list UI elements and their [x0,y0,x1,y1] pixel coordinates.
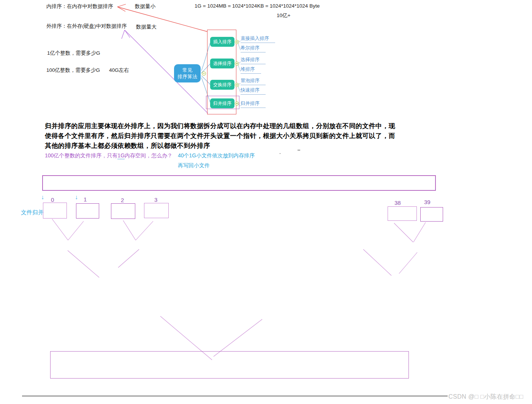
branch-merge-sort[interactable]: 归并排序 [210,98,234,108]
file-box-3 [144,203,169,218]
leaf-shell-sort[interactable]: 希尔排序 [241,45,266,52]
drawing-layer [0,0,532,404]
label-1billion: 10亿+ [277,12,290,19]
file-merge-label: 文件归并 [21,209,44,216]
expand-icon[interactable]: + [235,40,239,44]
note-internal-sort: 内排序：在内存中对数据排序 [46,3,113,10]
stray-mark [280,153,280,154]
root-label-line2: 排序算法 [174,73,201,80]
leaf-selection-sort[interactable]: 选择排序 [241,57,266,64]
question-suffix: 内存空间，怎么办？ [125,152,173,158]
file-box-0 [43,203,67,219]
question-prefix: 100亿个整数的文件排序，只有 [45,152,117,158]
leaf-direct-insertion-sort[interactable]: 直接插入排序 [241,35,275,43]
formula-1g: 1G = 1024MB = 1024*1024KB = 1024*1024*10… [195,3,320,9]
expand-icon[interactable]: + [235,62,239,66]
file-index-39: 39 [424,199,431,205]
file-index-0: 0 [51,196,54,203]
answer-line-2: 再写回小文件 [178,162,210,169]
whiteboard-canvas: 内排序：在内存中对数据排序 数据量小 1G = 1024MB = 1024*10… [0,0,532,404]
file-index-38: 38 [394,200,401,206]
answer-line-1: 40个1G小文件依次放到内存排序 [178,152,255,159]
note-external-sort: 外排序：在外存(硬盘)中对数据排序 [46,23,127,30]
file-box-39 [420,207,443,222]
red-arrow [117,4,207,32]
branch-exchange-sort[interactable]: 交换排序 [210,80,234,90]
down-arrow-icon: ↓ [41,194,44,200]
paragraph-line-3: 其他的排序基本上都必须依赖数组，所以都做不到外排序 [45,141,210,150]
paragraph-line-1: 归并排序的应用主要体现在外排序上，因为我们将数据拆分成可以在内存中处理的几组数组… [45,122,395,130]
down-arrow-icon: ↓ [75,194,78,200]
expand-icon[interactable]: + [235,101,239,106]
expand-icon[interactable]: + [235,83,239,87]
branch-insertion-sort[interactable]: 插入排序 [210,37,234,47]
branch-selection-sort[interactable]: 选择排序 [210,59,234,68]
collapse-icon[interactable]: − [202,71,206,76]
file-box-2 [111,203,135,219]
file-index-2: 2 [121,197,124,203]
leaf-heap-sort[interactable]: 堆排序 [241,66,261,74]
label-data-large: 数据量大 [136,24,157,30]
file-index-3: 3 [154,196,157,203]
merged-result-rect [50,351,409,379]
paragraph-line-2: 使得各个文件里有序，然后归并排序只需要在两个文件开头设置一个指针，根据大小关系拷… [45,131,395,140]
file-index-1: 1 [84,196,87,203]
mindmap-root-node[interactable]: 常见 排序算法 [174,64,201,82]
question-100m-ints: 1亿个整数，需要多少G [47,50,100,57]
merge-tree-strokes [52,219,426,360]
csdn-watermark: CSDN @□ □小陈在拼命□□ [448,393,523,401]
root-label-line1: 常见 [174,67,201,73]
leaf-quick-sort[interactable]: 快速排序 [241,87,266,95]
question-10b-ints: 100亿整数，需要多少G [46,67,100,74]
leaf-merge-sort[interactable]: 归并排序 [241,100,266,108]
file-box-38 [388,206,417,221]
label-data-small: 数据量小 [135,3,155,10]
question-1g-underlined: 1G [117,152,125,159]
answer-40g: 40G左右 [109,67,129,74]
leaf-bubble-sort[interactable]: 冒泡排序 [241,78,266,85]
stray-mark [298,150,300,151]
file-box-1 [76,203,99,219]
big-file-bar [42,175,436,191]
file-sort-question: 100亿个整数的文件排序，只有1G内存空间，怎么办？ [45,152,173,159]
